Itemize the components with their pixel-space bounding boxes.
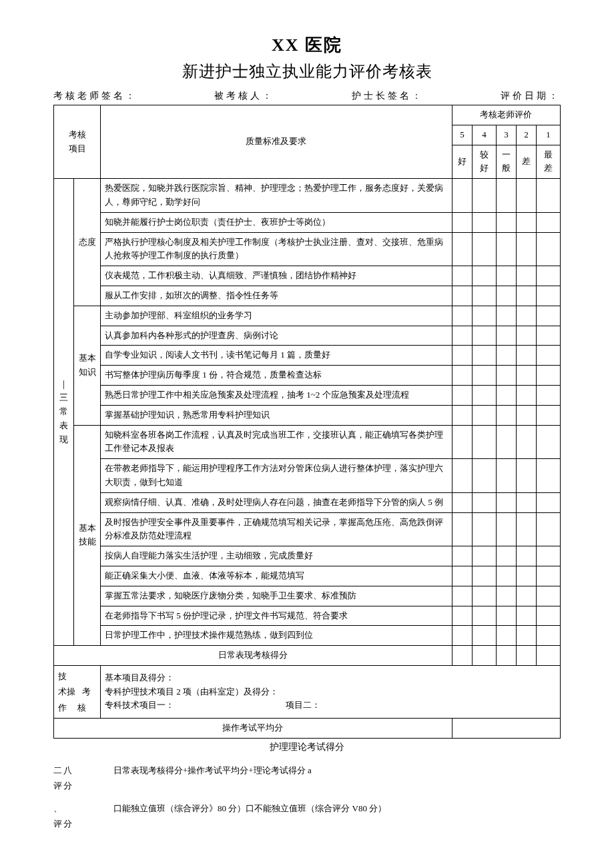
evaluation-table: 考核 项目 质量标准及要求 考核老师评价 5 4 3 2 1 好 较好 一 般 … [53, 105, 561, 739]
row-skill-6: 掌握五常法要求，知晓医疗废物分类，知晓手卫生要求、标准预防 [101, 586, 452, 606]
row-att-1: 知晓并能履行护士岗位职责（责任护士、夜班护士等岗位） [101, 212, 452, 232]
row-know-1: 认真参加科内各种形式的护理查房、病例讨论 [101, 326, 452, 346]
tech-l2: 专科护理技术项目 2 项（由科室定）及得分： [105, 685, 556, 699]
row-skill-8: 日常护理工作中，护理技术操作规范熟练，做到四到位 [101, 626, 452, 646]
bottom-block: 二八 评分 日常表现考核得分+操作考试平均分+理论考试得分 a 、 评分 口能独… [53, 763, 561, 832]
row-skill-0: 知晓科室各班各岗工作流程，认真及时完成当班工作，交接班认真，能正确填写各类护理工… [101, 425, 452, 459]
bottom-text1: 日常表现考核得分+操作考试平均分+理论考试得分 a [93, 763, 561, 794]
row-skill-1: 在带教老师指导下，能运用护理程序工作方法对分管床位病人进行整体护理，落实护理六大… [101, 459, 452, 493]
hdr-4n: 4 [472, 125, 496, 145]
row-att-2: 严格执行护理核心制度及相关护理工作制度（考核护士执业注册、查对、交接班、危重病人… [101, 232, 452, 266]
row-know-4: 熟悉日常护理工作中相关应急预案及处理流程，抽考 1~2 个应急预案及处理流程 [101, 385, 452, 405]
row-att-3: 仪表规范，工作积极主动、认真细致、严谨慎独，团结协作精神好 [101, 266, 452, 286]
headnurse-sig-label: 护士长签名： [352, 90, 424, 102]
signature-line: 考核老师签名： 被考核人： 护士长签名： 评价日期： [53, 90, 561, 102]
row-know-5: 掌握基础护理知识，熟悉常用专科护理知识 [101, 405, 452, 425]
row-know-2: 自学专业知识，阅读人文书刊，读书笔记每月 1 篇，质量好 [101, 346, 452, 366]
row-know-3: 书写整体护理病历每季度 1 份，符合规范，质量检查达标 [101, 366, 452, 386]
daily-score-label: 日常表现考核得分 [54, 646, 452, 666]
op-avg-label: 操作考试平均分 [54, 719, 452, 739]
cat-daily: ｜三 常表 现 [54, 179, 74, 646]
hdr-eval: 考核老师评价 [452, 105, 560, 125]
tech-l1: 基本项目及得分： [105, 671, 556, 685]
row-skill-7: 在老师指导下书写 5 份护理记录，护理文件书写规范、符合要求 [101, 606, 452, 626]
row-know-0: 主动参加护理部、科室组织的业务学习 [101, 306, 452, 326]
sub-attitude: 态度 [74, 179, 101, 306]
theory-score-label: 护理理论考试得分 [53, 741, 561, 753]
bottom-text2: 口能独立值班（综合评分》80 分）口不能独立值班（综合评分 V80 分） [93, 801, 561, 832]
tech-exam-label: 技 术操 考 作 核 [54, 665, 101, 718]
hdr-2t: 差 [516, 145, 536, 179]
examinee-label: 被考核人： [214, 90, 274, 102]
examiner-sig-label: 考核老师签名： [53, 90, 137, 102]
hdr-5n: 5 [452, 125, 472, 145]
tech-l3a: 专科技术项目一： [105, 700, 174, 710]
hdr-project: 考核 项目 [54, 105, 101, 179]
sub-skill: 基本 技能 [74, 425, 101, 646]
tech-lines: 基本项目及得分： 专科护理技术项目 2 项（由科室定）及得分： 专科技术项目一：… [101, 665, 561, 718]
hdr-standard: 质量标准及要求 [101, 105, 452, 179]
row-att-4: 服从工作安排，如班次的调整、指令性任务等 [101, 286, 452, 306]
row-att-0: 热爱医院，知晓并践行医院宗旨、精神、护理理念；热爱护理工作，服务态度好，关爱病人… [101, 179, 452, 213]
row-skill-5: 能正确采集大小便、血液、体液等标本，能规范填写 [101, 566, 452, 586]
hdr-2n: 2 [516, 125, 536, 145]
hdr-5t: 好 [452, 145, 472, 179]
hdr-1t: 最差 [536, 145, 560, 179]
sub-knowledge: 基本 知识 [74, 306, 101, 425]
row-skill-2: 观察病情仔细、认真、准确，及时处理病人存在问题，抽查在老师指导下分管的病人 5 … [101, 492, 452, 512]
hdr-4t: 较好 [472, 145, 496, 179]
hospital-title: XX 医院 [53, 33, 561, 57]
bottom-label1: 二八 评分 [53, 763, 93, 794]
row-skill-3: 及时报告护理安全事件及重要事件，正确规范填写相关记录，掌握高危压疮、高危跌倒评分… [101, 512, 452, 546]
hdr-1n: 1 [536, 125, 560, 145]
hdr-3n: 3 [496, 125, 516, 145]
form-title: 新进护士独立执业能力评价考核表 [53, 61, 561, 82]
tech-l3b: 项目二： [286, 700, 320, 710]
row-skill-4: 按病人自理能力落实生活护理，主动细致，完成质量好 [101, 546, 452, 566]
eval-date-label: 评价日期： [501, 90, 561, 102]
bottom-label2: 、 评分 [53, 801, 93, 832]
hdr-3t: 一 般 [496, 145, 516, 179]
